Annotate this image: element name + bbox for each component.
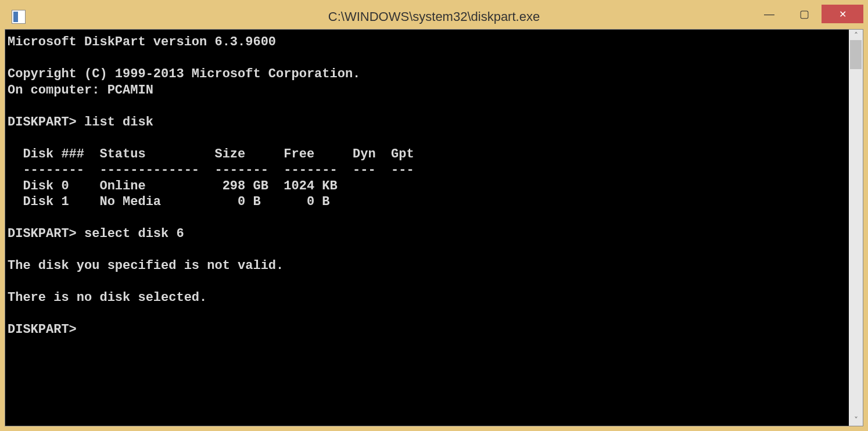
scroll-track[interactable] (849, 40, 863, 415)
minimize-icon: — (764, 8, 774, 20)
version-text: Microsoft DiskPart version 6.3.9600 (8, 35, 276, 49)
copyright-text: Copyright (C) 1999-2013 Microsoft Corpor… (8, 67, 360, 81)
scroll-down-arrow[interactable]: ˅ (854, 415, 858, 425)
scroll-up-arrow[interactable]: ˄ (854, 31, 858, 40)
console-container: Microsoft DiskPart version 6.3.9600 Copy… (5, 29, 863, 426)
console-output[interactable]: Microsoft DiskPart version 6.3.9600 Copy… (5, 30, 849, 426)
prompt-line: DISKPART> list disk (8, 115, 153, 130)
table-header: Disk ### Status Size Free Dyn Gpt (8, 147, 414, 161)
app-icon (12, 10, 26, 24)
titlebar[interactable]: C:\WINDOWS\system32\diskpart.exe — ▢ ✕ (5, 5, 863, 29)
minimize-button[interactable]: — (752, 5, 787, 23)
window-title: C:\WINDOWS\system32\diskpart.exe (328, 9, 540, 24)
scroll-thumb[interactable] (850, 40, 862, 69)
prompt-line: DISKPART> select disk 6 (8, 227, 184, 241)
table-row: Disk 0 Online 298 GB 1024 KB (8, 179, 338, 193)
table-divider: -------- ------------- ------- ------- -… (8, 163, 414, 177)
table-row: Disk 1 No Media 0 B 0 B (8, 195, 330, 209)
close-button[interactable]: ✕ (822, 5, 863, 23)
computer-text: On computer: PCAMIN (8, 83, 153, 98)
maximize-icon: ▢ (799, 8, 809, 20)
close-icon: ✕ (839, 9, 847, 20)
window-controls: — ▢ ✕ (752, 5, 863, 23)
status-text: There is no disk selected. (8, 290, 207, 305)
error-text: The disk you specified is not valid. (8, 258, 284, 273)
prompt-line: DISKPART> (8, 322, 77, 337)
vertical-scrollbar[interactable]: ˄ ˅ (849, 30, 863, 426)
maximize-button[interactable]: ▢ (787, 5, 822, 23)
console-window: C:\WINDOWS\system32\diskpart.exe — ▢ ✕ M… (5, 5, 863, 426)
